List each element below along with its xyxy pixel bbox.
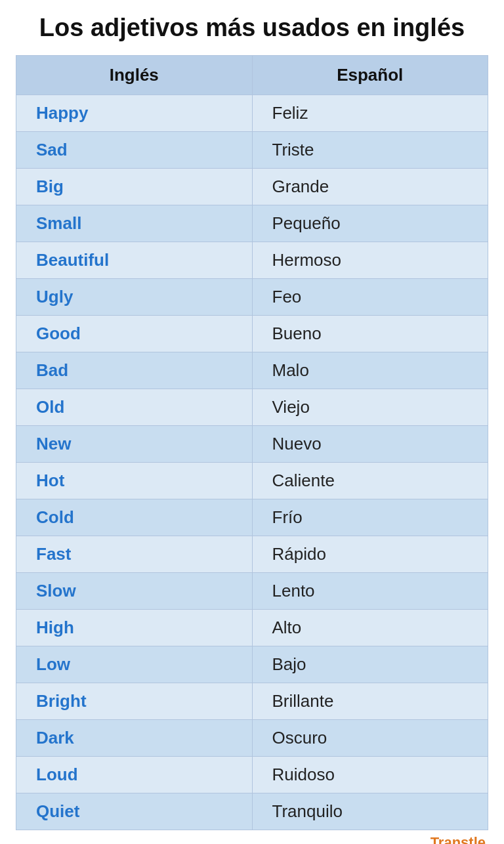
table-row: BeautifulHermoso (16, 242, 488, 278)
table-row: SmallPequeño (16, 205, 488, 242)
cell-spanish: Caliente (252, 462, 488, 499)
cell-english: Hot (16, 462, 253, 499)
table-row: FastRápido (16, 536, 488, 572)
cell-english: Dark (16, 719, 253, 756)
table-row: SlowLento (16, 572, 488, 609)
table-row: BadMalo (16, 352, 488, 389)
page-title: Los adjetivos más usados en inglés (33, 13, 471, 43)
cell-spanish: Bueno (252, 315, 488, 352)
cell-english: Low (16, 646, 253, 683)
cell-spanish: Brillante (252, 683, 488, 719)
cell-spanish: Rápido (252, 536, 488, 572)
cell-spanish: Malo (252, 352, 488, 389)
cell-english: High (16, 609, 253, 646)
cell-english: Old (16, 389, 253, 425)
table-row: SadTriste (16, 131, 488, 168)
cell-english: Small (16, 205, 253, 242)
adjectives-table: Inglés Español HappyFelizSadTristeBigGra… (16, 55, 488, 830)
table-row: NewNuevo (16, 425, 488, 462)
cell-spanish: Oscuro (252, 719, 488, 756)
table-header-row: Inglés Español (16, 55, 488, 95)
cell-spanish: Alto (252, 609, 488, 646)
cell-spanish: Feo (252, 278, 488, 315)
cell-english: Beautiful (16, 242, 253, 278)
footer: Transtle (16, 830, 488, 844)
cell-spanish: Hermoso (252, 242, 488, 278)
cell-english: Slow (16, 572, 253, 609)
cell-spanish: Tranquilo (252, 793, 488, 830)
table-row: UglyFeo (16, 278, 488, 315)
cell-spanish: Nuevo (252, 425, 488, 462)
cell-spanish: Viejo (252, 389, 488, 425)
cell-english: Sad (16, 131, 253, 168)
col-header-spanish: Español (252, 55, 488, 95)
cell-english: New (16, 425, 253, 462)
table-row: GoodBueno (16, 315, 488, 352)
brand-label: Transtle (430, 834, 486, 844)
cell-spanish: Bajo (252, 646, 488, 683)
table-row: ColdFrío (16, 499, 488, 536)
cell-spanish: Ruidoso (252, 756, 488, 793)
table-row: OldViejo (16, 389, 488, 425)
cell-spanish: Frío (252, 499, 488, 536)
cell-english: Loud (16, 756, 253, 793)
table-row: BrightBrillante (16, 683, 488, 719)
cell-spanish: Pequeño (252, 205, 488, 242)
table-row: HappyFeliz (16, 95, 488, 131)
table-row: HotCaliente (16, 462, 488, 499)
cell-spanish: Triste (252, 131, 488, 168)
cell-english: Bad (16, 352, 253, 389)
cell-spanish: Feliz (252, 95, 488, 131)
cell-english: Ugly (16, 278, 253, 315)
cell-spanish: Lento (252, 572, 488, 609)
cell-english: Cold (16, 499, 253, 536)
table-row: QuietTranquilo (16, 793, 488, 830)
table-row: LoudRuidoso (16, 756, 488, 793)
table-row: BigGrande (16, 168, 488, 205)
table-row: DarkOscuro (16, 719, 488, 756)
cell-english: Good (16, 315, 253, 352)
cell-spanish: Grande (252, 168, 488, 205)
cell-english: Happy (16, 95, 253, 131)
cell-english: Quiet (16, 793, 253, 830)
table-row: HighAlto (16, 609, 488, 646)
table-row: LowBajo (16, 646, 488, 683)
col-header-english: Inglés (16, 55, 253, 95)
cell-english: Big (16, 168, 253, 205)
cell-english: Bright (16, 683, 253, 719)
cell-english: Fast (16, 536, 253, 572)
